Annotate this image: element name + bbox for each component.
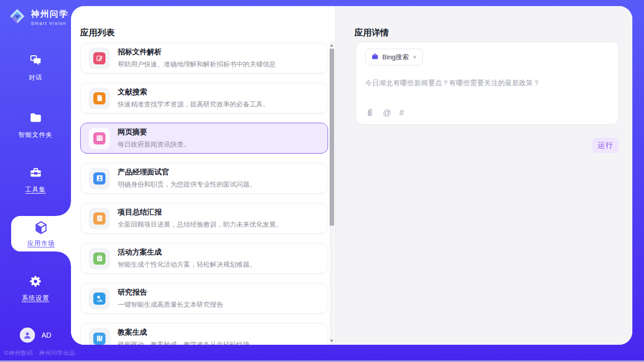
briefcase-icon: [371, 53, 379, 62]
sidebar-item-label: 应用市场: [27, 239, 55, 248]
app-list-title: 应用列表: [80, 27, 115, 39]
browser-code-icon: [93, 132, 105, 144]
scrollbar-thumb[interactable]: [330, 49, 334, 226]
app-list-item[interactable]: 产品经理面试官 明确身份和职责，为您提供专业性的面试问题。: [80, 163, 328, 194]
sidebar-nav: 对话 智能文件夹 工具集 应用市场 系统设置: [0, 0, 71, 362]
paperclip-icon[interactable]: [365, 108, 375, 118]
sidebar: 神州问学 Smart Vision 对话 智能文件夹 工具集 应用市场 系统设置…: [0, 0, 71, 362]
app-item-title: 产品经理面试官: [118, 167, 256, 177]
clipboard-check-icon: [93, 252, 105, 265]
microscope-icon: [93, 293, 105, 305]
app-item-description: 一键智能生成高质量长文本研究报告: [118, 300, 223, 309]
sidebar-item-system-settings[interactable]: 系统设置: [0, 275, 71, 303]
hash-tag-icon[interactable]: #: [399, 108, 404, 118]
app-item-title: 文献搜索: [118, 87, 269, 97]
toolbox-icon: [29, 166, 43, 182]
books-icon: [93, 333, 105, 345]
run-button[interactable]: 运行: [592, 137, 619, 153]
app-detail-title: 应用详情: [354, 27, 389, 39]
cube-icon: [33, 220, 49, 237]
app-item-description: 快速精准查找学术资源，提高研究效率的必备工具。: [118, 100, 269, 109]
app-item-title: 研究报告: [118, 287, 223, 297]
prompt-card[interactable]: Bing搜索 × 今日湖北有哪些新闻要点？有哪些需要关注的最新政策？ @ #: [355, 42, 619, 125]
copyright-text: ©神州数码 · 神州问学出品: [4, 349, 76, 357]
scroll-up-icon[interactable]: [330, 44, 333, 47]
sidebar-item-label: 系统设置: [22, 294, 49, 303]
tool-chip-label: Bing搜索: [382, 53, 409, 62]
app-item-description: 每日政府新闻资讯快查。: [118, 140, 190, 149]
app-item-title: 活动方案生成: [118, 247, 256, 257]
sidebar-item-app-market[interactable]: 应用市场: [11, 216, 71, 251]
app-item-description: 全面回顾项目进展，总结经验教训，助力未来优化发展。: [118, 220, 282, 229]
app-list-item[interactable]: 活动方案生成 智能生成个性化活动方案，轻松解决规划难题。: [80, 243, 328, 274]
app-list-item[interactable]: 网页摘要 每日政府新闻资讯快查。: [80, 123, 328, 154]
app-item-description: 智能生成个性化活动方案，轻松解决规划难题。: [118, 260, 256, 269]
app-list-item[interactable]: 教案生成 模板驱动，教案秒成，教学准备从此轻松快捷: [80, 323, 328, 345]
app-list-item[interactable]: 招标文件解析 帮助用户快速、准确地理解和解析招标书中的关键信息: [80, 43, 328, 74]
pencil-edit-icon: [93, 52, 105, 64]
gear-icon: [29, 275, 42, 290]
app-list: 招标文件解析 帮助用户快速、准确地理解和解析招标书中的关键信息 文献搜索 快速精…: [80, 43, 328, 345]
user-account[interactable]: AD: [0, 328, 71, 343]
sidebar-item-smart-folder[interactable]: 智能文件夹: [0, 111, 71, 139]
book-icon: [93, 92, 105, 104]
sidebar-item-label: 工具集: [25, 186, 46, 194]
attachment-toolbar: @ #: [365, 108, 404, 118]
app-item-description: 明确身份和职责，为您提供专业性的面试问题。: [118, 180, 256, 189]
sidebar-item-label: 对话: [29, 74, 43, 82]
main-content: 应用列表 招标文件解析 帮助用户快速、准确地理解和解析招标书中的关键信息 文献搜…: [71, 6, 632, 345]
app-list-item[interactable]: 项目总结汇报 全面回顾项目进展，总结经验教训，助力未来优化发展。: [80, 203, 328, 234]
app-list-item[interactable]: 文献搜索 快速精准查找学术资源，提高研究效率的必备工具。: [80, 83, 328, 114]
sidebar-item-chat[interactable]: 对话: [0, 54, 71, 82]
app-item-title: 招标文件解析: [118, 47, 276, 57]
app-list-item[interactable]: 研究报告 一键智能生成高质量长文本研究报告: [80, 283, 328, 314]
app-item-title: 网页摘要: [118, 127, 190, 137]
chat-icon: [29, 54, 43, 69]
interviewer-icon: [93, 172, 105, 185]
sidebar-item-toolset[interactable]: 工具集: [0, 166, 71, 194]
sidebar-item-label: 智能文件夹: [18, 131, 53, 139]
tool-chip-bing-search[interactable]: Bing搜索 ×: [365, 49, 423, 65]
app-item-description: 帮助用户快速、准确地理解和解析招标书中的关键信息: [118, 60, 276, 69]
app-item-title: 项目总结汇报: [118, 207, 282, 217]
avatar: [20, 328, 35, 343]
app-detail-pane: 应用详情 Bing搜索 × 今日湖北有哪些新闻要点？有哪些需要关注的最新政策？ …: [336, 6, 632, 345]
scroll-down-icon[interactable]: [330, 340, 333, 342]
report-note-icon: [93, 212, 105, 225]
folder-icon: [29, 111, 43, 127]
app-list-pane: 应用列表 招标文件解析 帮助用户快速、准确地理解和解析招标书中的关键信息 文献搜…: [71, 6, 336, 345]
at-mention-icon[interactable]: @: [383, 108, 391, 118]
scrollbar[interactable]: [330, 42, 334, 345]
close-icon[interactable]: ×: [413, 53, 417, 61]
app-item-description: 模板驱动，教案秒成，教学准备从此轻松快捷: [118, 340, 249, 345]
user-initials: AD: [42, 331, 51, 339]
prompt-input[interactable]: 今日湖北有哪些新闻要点？有哪些需要关注的最新政策？: [365, 79, 610, 88]
app-item-title: 教案生成: [118, 328, 249, 337]
